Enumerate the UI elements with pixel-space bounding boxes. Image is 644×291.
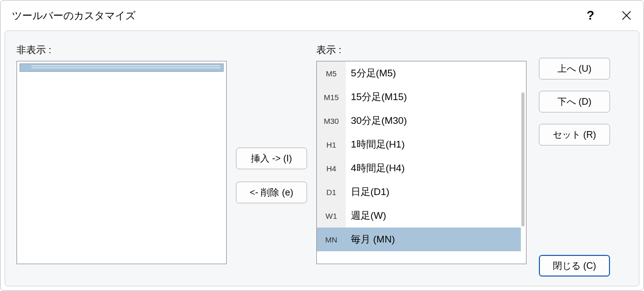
timeframe-code-icon: M5 (317, 61, 346, 85)
down-button[interactable]: 下へ (D) (539, 91, 610, 112)
timeframe-code-icon: D1 (317, 180, 346, 204)
remove-button[interactable]: <- 削除 (e) (236, 182, 307, 203)
timeframe-code-icon: H1 (317, 133, 346, 156)
list-item[interactable]: W1週足(W) (317, 204, 526, 228)
set-button[interactable]: セット (R) (539, 124, 610, 146)
window-title: ツールバーのカスタマイズ (12, 9, 567, 23)
list-item-label: 4時間足(H4) (346, 161, 405, 175)
close-icon (622, 11, 631, 20)
timeframe-code-icon: H4 (317, 156, 346, 180)
scrollbar-thumb[interactable] (521, 92, 524, 227)
timeframe-code-icon: M15 (317, 85, 346, 109)
list-item[interactable]: H44時間足(H4) (317, 156, 526, 180)
list-item[interactable]: M3030分足(M30) (317, 109, 526, 133)
timeframe-code-icon: M30 (317, 109, 346, 133)
list-item-label: 毎月 (MN) (346, 233, 395, 246)
timeframe-code-icon: MN (317, 228, 346, 251)
transfer-buttons-column: 挿入 -> (I) <- 削除 (e) (236, 43, 307, 277)
side-buttons-column: 上へ (U) 下へ (D) セット (R) 閉じる (C) (539, 43, 610, 277)
list-item-label: 日足(D1) (346, 185, 389, 199)
shown-label: 表示 : (316, 43, 527, 57)
list-item[interactable]: D1日足(D1) (317, 180, 526, 204)
shown-column: 表示 : M55分足(M5)M1515分足(M15)M3030分足(M30)H1… (316, 43, 527, 277)
dialog-body: 非表示 : 挿入 -> (I) <- 削除 (e) 表示 : M55分足(M5)… (5, 30, 639, 286)
help-icon: ? (587, 8, 595, 23)
list-item-label: 1時間足(H1) (346, 138, 405, 151)
list-item[interactable]: MN毎月 (MN) (317, 228, 521, 251)
list-item-label: 15分足(M15) (346, 90, 407, 104)
list-item-label: 週足(W) (346, 209, 386, 222)
list-item-label: 30分足(M30) (346, 114, 407, 127)
close-window-button[interactable] (614, 4, 639, 27)
hidden-placeholder-item[interactable] (20, 63, 224, 72)
insert-button[interactable]: 挿入 -> (I) (236, 148, 307, 169)
list-item[interactable]: M1515分足(M15) (317, 85, 526, 109)
hidden-column: 非表示 : (16, 43, 227, 277)
spacer (539, 157, 610, 244)
shown-listbox[interactable]: M55分足(M5)M1515分足(M15)M3030分足(M30)H11時間足(… (316, 61, 527, 264)
list-item[interactable]: M55分足(M5) (317, 61, 526, 85)
hidden-label: 非表示 : (16, 43, 227, 57)
dialog-window: ツールバーのカスタマイズ ? 非表示 : 挿入 -> (I) <- 削除 (e)… (0, 0, 644, 291)
hidden-listbox[interactable] (16, 61, 227, 264)
list-item-label: 5分足(M5) (346, 67, 396, 80)
help-button[interactable]: ? (578, 4, 603, 27)
shown-list: M55分足(M5)M1515分足(M15)M3030分足(M30)H11時間足(… (317, 61, 526, 251)
titlebar: ツールバーのカスタマイズ ? (1, 1, 643, 30)
list-item[interactable]: H11時間足(H1) (317, 133, 526, 156)
up-button[interactable]: 上へ (U) (539, 58, 610, 79)
timeframe-code-icon: W1 (317, 204, 346, 228)
close-button[interactable]: 閉じる (C) (539, 255, 610, 277)
